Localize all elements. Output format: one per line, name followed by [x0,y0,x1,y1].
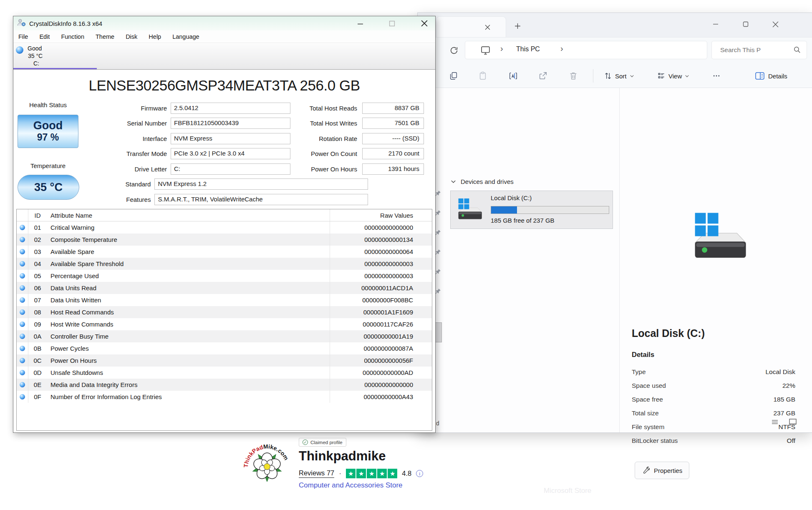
temperature-label: Temperature [13,162,83,169]
smart-attribute-row[interactable]: 02 Composite Temperature 00000000000134 [17,234,432,246]
stat-value-field: 1391 hours [362,163,424,175]
view-button[interactable]: View [654,69,693,83]
details-row: Type Local Disk [632,365,795,379]
search-input[interactable] [720,44,787,56]
smart-attribute-row[interactable]: 0C Power On Hours 0000000000056F [17,354,432,367]
close-button[interactable] [417,18,432,29]
status-orb-icon [20,309,25,315]
breadcrumb-location[interactable]: This PC [516,45,540,53]
smart-attribute-row[interactable]: 0E Media and Data Integrity Errors 00000… [17,379,432,391]
copy-icon[interactable] [448,70,459,82]
reviews-link[interactable]: Reviews 77 [299,469,334,478]
info-row: Features S.M.A.R.T., TRIM, VolatileWrite… [76,192,368,207]
smart-attribute-row[interactable]: 0B Power Cycles 0000000000087A [17,342,432,354]
smart-attribute-row[interactable]: 05 Percentage Used 00000000000003 [17,270,432,282]
chevron-down-icon [630,74,634,78]
screen: › This PC › [0,0,812,510]
smart-attribute-row[interactable]: 01 Critical Warning 00000000000000 [17,221,432,234]
refresh-icon[interactable] [449,46,459,56]
drive-model-title: LENSE30256GMSP34MEAT3TA 256.0 GB [30,77,419,94]
stat-value-field: 8837 GB [362,103,424,114]
sort-button[interactable]: Sort [600,69,638,83]
chevron-down-icon [450,178,456,185]
smart-attribute-row[interactable]: 08 Host Read Commands 0000001A1F1609 [17,306,432,318]
status-orb-icon [20,382,25,387]
details-row: BitLocker status Off [632,434,795,447]
details-row: Space used 22% [632,379,795,392]
menu-item[interactable]: Disk [126,33,137,40]
store-category-link[interactable]: Computer and Accessories Store [299,481,403,490]
health-status-button[interactable]: Good 97 % [18,115,78,148]
status-orb-icon [20,261,25,266]
list-view-icon[interactable] [771,418,780,427]
menu-item[interactable]: Theme [96,33,114,40]
smart-attribute-row[interactable]: 0A Controller Busy Time 00000000001A19 [17,330,432,342]
address-bar[interactable]: › This PC › [465,41,707,59]
health-status-value: Good [33,120,63,132]
pane-divider [619,88,620,432]
new-tab-button[interactable] [512,20,523,31]
menu-item[interactable]: Help [149,33,161,40]
stat-row: Rotation Rate ---- (SSD) [230,131,430,146]
stat-row: Power On Hours 1391 hours [230,161,430,177]
smart-attribute-row[interactable]: 04 Available Spare Threshold 00000000000… [17,258,432,270]
more-options-icon[interactable] [711,70,722,82]
info-icon[interactable]: i [416,470,423,477]
star-rating: ★ ★ ★ ★ ★ [346,469,397,478]
cdi-main-panel: LENSE30256GMSP34MEAT3TA 256.0 GB Health … [13,70,435,432]
drive-name: Local Disk (C:) [491,194,532,201]
view-list-icon [657,72,666,80]
status-orb-icon [20,346,25,351]
separator-dot: · [339,469,341,478]
chevron-down-icon [685,74,689,78]
close-button[interactable] [769,19,782,30]
breadcrumb-chevron-icon[interactable]: › [560,44,563,53]
thinkpadmike-logo: ThinkPadMike.com [242,439,292,485]
smart-attribute-row[interactable]: 0D Unsafe Shutdowns 000000000000AD [17,367,432,379]
crystaldiskinfo-window: CrystalDiskInfo 8.16.3 x64 File Edit Fun… [13,16,436,433]
maximize-button[interactable] [739,19,752,30]
info-value-field: S.M.A.R.T., TRIM, VolatileWriteCache [154,194,368,205]
local-disk-item[interactable]: Local Disk (C:) 185 GB free of 237 GB [450,191,613,229]
disk-selector-strip[interactable]: Good 35 °C C: [13,43,435,70]
rating-value: 4.8 [402,470,411,477]
smart-attribute-row[interactable]: 09 Host Write Commands 000000117CAF26 [17,318,432,330]
menu-item[interactable]: File [18,33,28,40]
menu-item[interactable]: Function [61,33,84,40]
drive-usage-bar [491,206,609,214]
explorer-content: d Devices and drives [418,88,812,432]
drive-stats-fields: Total Host Reads 8837 GB Total Host Writ… [230,100,430,177]
smart-attribute-row[interactable]: 0F Number of Error Information Log Entri… [17,391,432,403]
temperature-value: 35 °C [34,181,63,194]
large-icons-view-icon[interactable] [788,417,797,427]
details-toggle-button[interactable]: Details [750,68,792,83]
maximize-button[interactable] [384,18,399,29]
minimize-button[interactable] [353,18,368,29]
smart-attribute-row[interactable]: 03 Available Spare 00000000000064 [17,246,432,258]
menu-item[interactable]: Language [172,33,199,40]
smart-attribute-row[interactable]: 06 Data Units Read 000000011ACD1A [17,282,432,294]
paste-icon[interactable] [477,70,489,82]
temperature-button[interactable]: 35 °C [18,175,79,200]
explorer-tab[interactable] [436,16,506,37]
menu-item[interactable]: Edit [39,33,50,40]
star-icon: ★ [388,469,397,478]
minimize-button[interactable] [709,19,722,30]
this-pc-icon [480,45,491,56]
search-icon[interactable] [793,46,802,54]
rename-icon[interactable] [507,70,519,82]
claimed-profile-chip: ✓ Claimed profile [299,438,346,447]
search-box [711,41,807,59]
ghost-microsoft-store: Microsoft Store [544,487,591,495]
details-row: Space free 185 GB [632,392,795,406]
status-orb-icon [20,285,25,291]
status-orb-icon [20,358,25,363]
smart-table-body: 01 Critical Warning 00000000000000 02 Co… [17,221,432,403]
smart-attribute-row[interactable]: 07 Data Units Written 00000000F008BC [17,294,432,306]
properties-button[interactable]: Properties [635,462,689,479]
breadcrumb-chevron-icon[interactable]: › [500,44,503,53]
delete-icon[interactable] [567,70,579,82]
share-icon[interactable] [537,70,549,82]
devices-and-drives-header[interactable]: Devices and drives [450,178,514,185]
tab-close-icon[interactable] [482,22,492,32]
